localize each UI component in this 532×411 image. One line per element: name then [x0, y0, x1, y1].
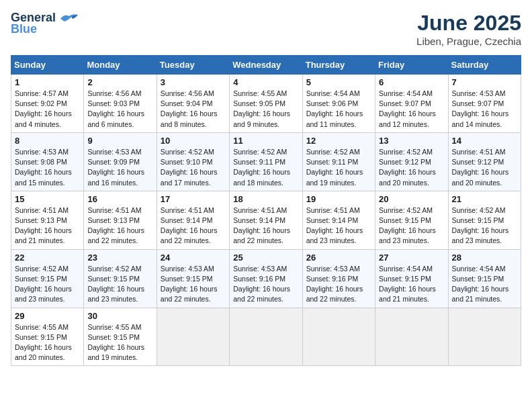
day-info: Sunrise: 4:55 AMSunset: 9:15 PMDaylight:…	[15, 323, 72, 362]
day-info: Sunrise: 4:53 AMSunset: 9:16 PMDaylight:…	[306, 265, 363, 304]
calendar-cell	[230, 308, 302, 366]
calendar-week-5: 29Sunrise: 4:55 AMSunset: 9:15 PMDayligh…	[11, 308, 521, 366]
calendar-cell: 18Sunrise: 4:51 AMSunset: 9:14 PMDayligh…	[230, 191, 302, 249]
day-number: 19	[306, 194, 371, 204]
day-number: 26	[306, 253, 371, 263]
day-number: 14	[452, 136, 517, 146]
day-info: Sunrise: 4:53 AMSunset: 9:08 PMDaylight:…	[15, 148, 72, 187]
day-number: 30	[87, 311, 152, 321]
day-number: 8	[15, 136, 80, 146]
day-info: Sunrise: 4:52 AMSunset: 9:15 PMDaylight:…	[452, 206, 509, 245]
day-number: 25	[233, 253, 298, 263]
calendar-cell	[302, 308, 375, 366]
logo-bird-icon	[59, 12, 79, 24]
day-info: Sunrise: 4:53 AMSunset: 9:07 PMDaylight:…	[452, 89, 509, 128]
calendar-cell: 12Sunrise: 4:52 AMSunset: 9:11 PMDayligh…	[302, 132, 375, 191]
day-info: Sunrise: 4:51 AMSunset: 9:13 PMDaylight:…	[15, 206, 72, 245]
calendar-cell: 8Sunrise: 4:53 AMSunset: 9:08 PMDaylight…	[11, 132, 84, 191]
calendar-cell: 16Sunrise: 4:51 AMSunset: 9:13 PMDayligh…	[84, 191, 157, 249]
calendar-week-4: 22Sunrise: 4:52 AMSunset: 9:15 PMDayligh…	[11, 249, 521, 308]
calendar-cell: 22Sunrise: 4:52 AMSunset: 9:15 PMDayligh…	[11, 249, 84, 308]
col-monday: Monday	[84, 56, 157, 75]
day-number: 20	[379, 194, 444, 204]
calendar-cell: 29Sunrise: 4:55 AMSunset: 9:15 PMDayligh…	[11, 308, 84, 366]
day-info: Sunrise: 4:51 AMSunset: 9:13 PMDaylight:…	[87, 206, 144, 245]
day-number: 28	[452, 253, 517, 263]
day-number: 27	[379, 253, 444, 263]
calendar-cell: 6Sunrise: 4:54 AMSunset: 9:07 PMDaylight…	[375, 75, 448, 133]
day-info: Sunrise: 4:53 AMSunset: 9:15 PMDaylight:…	[161, 265, 218, 304]
calendar-cell: 20Sunrise: 4:52 AMSunset: 9:15 PMDayligh…	[375, 191, 448, 249]
day-info: Sunrise: 4:52 AMSunset: 9:11 PMDaylight:…	[306, 148, 363, 187]
day-info: Sunrise: 4:51 AMSunset: 9:14 PMDaylight:…	[161, 206, 218, 245]
calendar-cell: 9Sunrise: 4:53 AMSunset: 9:09 PMDaylight…	[84, 132, 157, 191]
day-number: 13	[379, 136, 444, 146]
day-info: Sunrise: 4:51 AMSunset: 9:14 PMDaylight:…	[306, 206, 363, 245]
day-number: 3	[161, 77, 226, 87]
calendar-cell: 17Sunrise: 4:51 AMSunset: 9:14 PMDayligh…	[157, 191, 229, 249]
calendar-cell: 7Sunrise: 4:53 AMSunset: 9:07 PMDaylight…	[448, 75, 521, 133]
calendar-cell: 5Sunrise: 4:54 AMSunset: 9:06 PMDaylight…	[302, 75, 375, 133]
day-info: Sunrise: 4:54 AMSunset: 9:07 PMDaylight:…	[379, 89, 436, 128]
col-tuesday: Tuesday	[157, 56, 229, 75]
calendar-cell: 21Sunrise: 4:52 AMSunset: 9:15 PMDayligh…	[448, 191, 521, 249]
day-number: 4	[233, 77, 298, 87]
day-number: 29	[15, 311, 80, 321]
calendar-cell: 24Sunrise: 4:53 AMSunset: 9:15 PMDayligh…	[157, 249, 229, 308]
day-number: 2	[87, 77, 152, 87]
logo-text-blue: Blue	[11, 22, 37, 36]
calendar-cell: 28Sunrise: 4:54 AMSunset: 9:15 PMDayligh…	[448, 249, 521, 308]
calendar-cell: 14Sunrise: 4:51 AMSunset: 9:12 PMDayligh…	[448, 132, 521, 191]
calendar-cell: 23Sunrise: 4:52 AMSunset: 9:15 PMDayligh…	[84, 249, 157, 308]
month-title: June 2025	[416, 11, 521, 36]
day-info: Sunrise: 4:52 AMSunset: 9:15 PMDaylight:…	[15, 265, 72, 304]
day-info: Sunrise: 4:53 AMSunset: 9:16 PMDaylight:…	[233, 265, 290, 304]
calendar-cell: 4Sunrise: 4:55 AMSunset: 9:05 PMDaylight…	[230, 75, 302, 133]
calendar-cell: 25Sunrise: 4:53 AMSunset: 9:16 PMDayligh…	[230, 249, 302, 308]
day-number: 22	[15, 253, 80, 263]
logo: General Blue	[11, 11, 79, 36]
col-wednesday: Wednesday	[230, 56, 302, 75]
day-number: 12	[306, 136, 371, 146]
calendar-cell: 2Sunrise: 4:56 AMSunset: 9:03 PMDaylight…	[84, 75, 157, 133]
day-info: Sunrise: 4:56 AMSunset: 9:04 PMDaylight:…	[161, 89, 218, 128]
day-info: Sunrise: 4:52 AMSunset: 9:12 PMDaylight:…	[379, 148, 436, 187]
day-number: 11	[233, 136, 298, 146]
calendar-cell: 1Sunrise: 4:57 AMSunset: 9:02 PMDaylight…	[11, 75, 84, 133]
day-info: Sunrise: 4:55 AMSunset: 9:05 PMDaylight:…	[233, 89, 290, 128]
day-number: 21	[452, 194, 517, 204]
day-info: Sunrise: 4:56 AMSunset: 9:03 PMDaylight:…	[87, 89, 144, 128]
day-info: Sunrise: 4:54 AMSunset: 9:15 PMDaylight:…	[452, 265, 509, 304]
col-saturday: Saturday	[448, 56, 521, 75]
day-info: Sunrise: 4:57 AMSunset: 9:02 PMDaylight:…	[15, 89, 72, 128]
calendar-table: Sunday Monday Tuesday Wednesday Thursday…	[11, 55, 521, 366]
calendar-week-3: 15Sunrise: 4:51 AMSunset: 9:13 PMDayligh…	[11, 191, 521, 249]
calendar-cell: 15Sunrise: 4:51 AMSunset: 9:13 PMDayligh…	[11, 191, 84, 249]
calendar-cell	[157, 308, 229, 366]
day-info: Sunrise: 4:52 AMSunset: 9:11 PMDaylight:…	[233, 148, 290, 187]
col-sunday: Sunday	[11, 56, 84, 75]
calendar-cell	[375, 308, 448, 366]
calendar-cell: 26Sunrise: 4:53 AMSunset: 9:16 PMDayligh…	[302, 249, 375, 308]
day-number: 17	[161, 194, 226, 204]
calendar-cell: 10Sunrise: 4:52 AMSunset: 9:10 PMDayligh…	[157, 132, 229, 191]
calendar-cell: 13Sunrise: 4:52 AMSunset: 9:12 PMDayligh…	[375, 132, 448, 191]
col-thursday: Thursday	[302, 56, 375, 75]
day-number: 15	[15, 194, 80, 204]
day-number: 24	[161, 253, 226, 263]
day-info: Sunrise: 4:55 AMSunset: 9:15 PMDaylight:…	[87, 323, 144, 362]
day-number: 16	[87, 194, 152, 204]
day-number: 6	[379, 77, 444, 87]
calendar-cell: 30Sunrise: 4:55 AMSunset: 9:15 PMDayligh…	[84, 308, 157, 366]
calendar-cell: 27Sunrise: 4:54 AMSunset: 9:15 PMDayligh…	[375, 249, 448, 308]
day-number: 5	[306, 77, 371, 87]
day-info: Sunrise: 4:52 AMSunset: 9:10 PMDaylight:…	[161, 148, 218, 187]
location-title: Liben, Prague, Czechia	[416, 36, 521, 47]
day-number: 9	[87, 136, 152, 146]
day-info: Sunrise: 4:54 AMSunset: 9:06 PMDaylight:…	[306, 89, 363, 128]
title-block: June 2025 Liben, Prague, Czechia	[416, 11, 521, 47]
calendar-cell: 3Sunrise: 4:56 AMSunset: 9:04 PMDaylight…	[157, 75, 229, 133]
day-info: Sunrise: 4:52 AMSunset: 9:15 PMDaylight:…	[87, 265, 144, 304]
day-number: 18	[233, 194, 298, 204]
calendar-header-row: Sunday Monday Tuesday Wednesday Thursday…	[11, 56, 521, 75]
